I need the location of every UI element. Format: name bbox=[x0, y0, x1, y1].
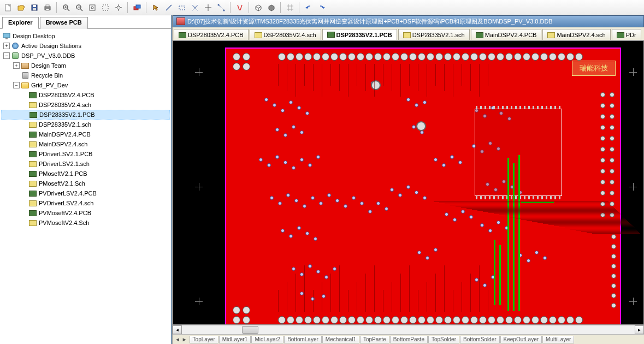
doc-tab[interactable]: DSP28035V2.4.PCB bbox=[174, 29, 249, 40]
print-btn[interactable] bbox=[42, 2, 54, 14]
3d-btn[interactable] bbox=[252, 2, 264, 14]
via bbox=[319, 201, 323, 205]
layer-tab[interactable]: TopSolder bbox=[428, 336, 459, 343]
trace bbox=[392, 64, 392, 91]
zoom-select-btn[interactable] bbox=[99, 2, 111, 14]
zoom-in-btn[interactable] bbox=[60, 2, 72, 14]
scroll-right-btn[interactable]: ► bbox=[635, 325, 644, 334]
doc-tab[interactable]: MainDSPV2.4.PCB bbox=[471, 29, 542, 40]
layer-tab[interactable]: KeepOutLayer bbox=[500, 336, 542, 343]
ruler-btn[interactable] bbox=[215, 2, 227, 14]
pad bbox=[514, 53, 522, 61]
tree-project[interactable]: − DSP_PV_V3.0.DDB bbox=[1, 51, 170, 61]
ic-pin bbox=[546, 106, 547, 109]
horizontal-scrollbar[interactable]: ◄ ► bbox=[173, 325, 644, 334]
expander-icon[interactable]: + bbox=[3, 43, 10, 49]
layer-tab[interactable]: Mechanical1 bbox=[322, 336, 359, 343]
tree-file-sch[interactable]: PDriverLSV2.1.sch bbox=[1, 159, 170, 169]
tab-explorer[interactable]: Explorer bbox=[2, 17, 39, 29]
redo-btn[interactable] bbox=[316, 2, 328, 14]
doc-tab[interactable]: DSP28035V2.4.sch bbox=[250, 29, 321, 40]
select-btn[interactable] bbox=[150, 2, 162, 14]
layer-tab[interactable]: MultiLayer bbox=[542, 336, 574, 343]
pad bbox=[566, 316, 574, 324]
trace bbox=[488, 64, 488, 86]
tree-file-label: PVMoseftV2.4.PCB bbox=[39, 210, 91, 216]
layer-tab[interactable]: MidLayer2 bbox=[251, 336, 283, 343]
tree-file-pcb[interactable]: DSP28335V2.1.PCB bbox=[1, 110, 170, 120]
ic-pin bbox=[480, 106, 482, 109]
tree-file-pcb[interactable]: PVDriverLSV2.4.PCB bbox=[1, 188, 170, 198]
save-btn[interactable] bbox=[28, 2, 40, 14]
layer-tab[interactable]: TopPaste bbox=[360, 336, 389, 343]
via bbox=[423, 196, 427, 200]
scroll-track[interactable] bbox=[182, 325, 635, 334]
tree-file-pcb[interactable]: DSP28035V2.4.PCB bbox=[1, 90, 170, 100]
tree-file-sch[interactable]: PVMoseftV2.4.Sch bbox=[1, 218, 170, 228]
scroll-thumb[interactable] bbox=[242, 326, 258, 334]
layer-tab[interactable]: TopLayer bbox=[190, 336, 218, 343]
doc-tab[interactable]: DSP28335V2.1.PCB bbox=[322, 29, 397, 40]
trace bbox=[434, 201, 608, 202]
trace bbox=[418, 290, 418, 312]
scroll-left-btn[interactable]: ◄ bbox=[173, 325, 182, 334]
doc-tab-label: MainDSPV2.4.PCB bbox=[485, 32, 537, 38]
undo-btn[interactable] bbox=[303, 2, 315, 14]
tree-label: Design Team bbox=[31, 62, 66, 69]
expander-icon[interactable]: + bbox=[13, 62, 20, 69]
tab-browse-pcb[interactable]: Browse PCB bbox=[40, 17, 88, 29]
zoom-fit-btn[interactable] bbox=[86, 2, 98, 14]
layers-btn[interactable] bbox=[131, 2, 143, 14]
expander-icon[interactable]: − bbox=[3, 52, 10, 59]
tree-file-pcb[interactable]: PMoseftV2.1.PCB bbox=[1, 169, 170, 179]
tree-file-sch[interactable]: MainDSPV2.4.sch bbox=[1, 139, 170, 149]
via bbox=[412, 125, 416, 129]
pad bbox=[462, 316, 469, 324]
open-btn[interactable] bbox=[15, 2, 27, 14]
line-btn[interactable] bbox=[163, 2, 175, 14]
tree-team[interactable]: + Design Team bbox=[1, 61, 170, 70]
tree-file-sch[interactable]: DSP28035V2.4.sch bbox=[1, 100, 170, 110]
ic-pin bbox=[489, 196, 491, 199]
layer-tab[interactable]: MidLayer1 bbox=[219, 336, 251, 343]
doc-tab[interactable]: MainDSPV2.4.sch bbox=[542, 29, 610, 40]
trace bbox=[513, 163, 515, 311]
zoom-out-btn[interactable] bbox=[73, 2, 85, 14]
layer-tab[interactable]: BottomLayer bbox=[284, 336, 322, 343]
via bbox=[398, 193, 402, 197]
tree-file-pcb[interactable]: PVMoseftV2.4.PCB bbox=[1, 208, 170, 218]
pan-btn[interactable] bbox=[113, 2, 125, 14]
trace bbox=[565, 228, 635, 228]
grid-cross-icon bbox=[629, 68, 637, 76]
tree-file-pcb[interactable]: MainDSPV2.4.PCB bbox=[1, 129, 170, 139]
pcb-canvas[interactable]: 瑞能科技 bbox=[173, 40, 644, 325]
tree-file-pcb[interactable]: PDriverLSV2.1.PCB bbox=[1, 149, 170, 159]
tree-recycle[interactable]: Recycle Bin bbox=[1, 70, 170, 80]
filter-btn[interactable] bbox=[234, 2, 246, 14]
trace bbox=[499, 215, 622, 215]
tree-file-label: PDriverLSV2.1.PCB bbox=[39, 151, 92, 157]
tree-stations[interactable]: + Active Design Stations bbox=[1, 41, 170, 51]
doc-tab[interactable]: PDr bbox=[612, 29, 641, 40]
rect-btn[interactable] bbox=[176, 2, 188, 14]
tree-file-sch[interactable]: PVDriverLSV2.4.sch bbox=[1, 198, 170, 208]
ic-pin bbox=[476, 106, 477, 109]
via bbox=[283, 133, 287, 137]
mounting-hole bbox=[371, 80, 381, 90]
layer-tab[interactable]: BottomSolder bbox=[460, 336, 500, 343]
tree-root[interactable]: Design Desktop bbox=[1, 31, 170, 41]
tree-file-sch[interactable]: PMoseftV2.1.Sch bbox=[1, 179, 170, 188]
measure-btn[interactable] bbox=[202, 2, 214, 14]
cross-select-btn[interactable] bbox=[189, 2, 201, 14]
tree-file-sch[interactable]: DSP28335V2.1.sch bbox=[1, 120, 170, 129]
tree-file-label: PVDriverLSV2.4.sch bbox=[39, 200, 93, 206]
tree-folder[interactable]: − Grid_PV_Dev bbox=[1, 80, 170, 90]
expander-icon[interactable]: − bbox=[13, 82, 20, 88]
doc-tab[interactable]: DSP28335V2.1.sch bbox=[398, 29, 470, 40]
new-btn[interactable] bbox=[2, 2, 14, 14]
via bbox=[294, 199, 298, 203]
mirror-btn[interactable] bbox=[265, 2, 277, 14]
grid-btn[interactable] bbox=[284, 2, 296, 14]
via bbox=[417, 251, 421, 254]
layer-tab[interactable]: BottomPaste bbox=[390, 336, 428, 343]
